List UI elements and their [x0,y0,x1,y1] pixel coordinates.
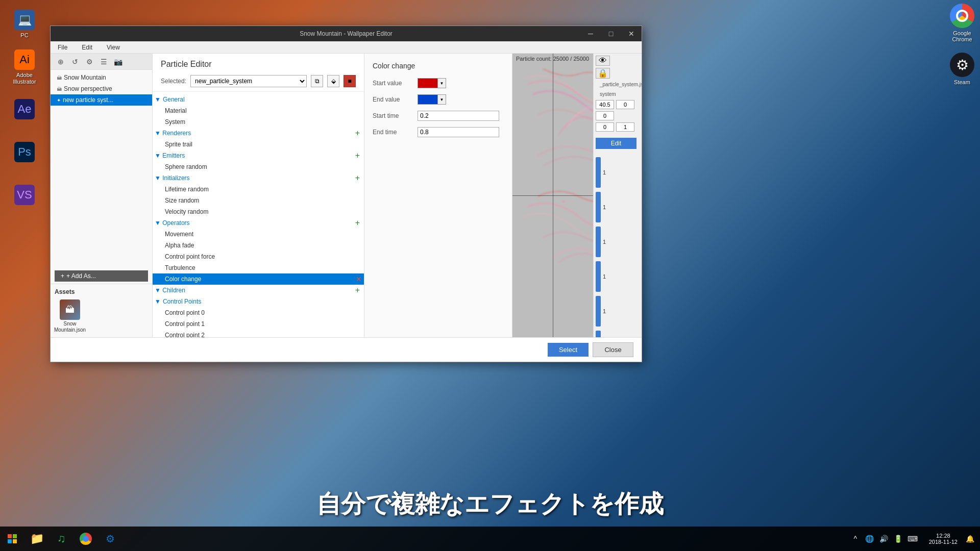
crosshair-vertical [553,54,553,337]
tree-snow-perspective[interactable]: 🏔 Snow perspective [51,83,152,94]
taskbar-chrome[interactable] [74,527,98,551]
tree-snow-mountain[interactable]: 🏔 Snow Mountain [51,72,152,83]
slider-val-2: 1 [603,204,606,210]
top-right-icons: Google Chrome ⚙ Steam [944,0,980,92]
close-window-button[interactable]: ✕ [621,26,642,41]
tray-network[interactable]: 🌐 [864,533,876,545]
asset-snow-mountain[interactable]: 🏔 SnowMountain.json [55,299,85,333]
tree-size-random[interactable]: Size random [153,195,364,206]
taskbar-clock[interactable]: 12:28 2018-11-12 [923,533,964,545]
slider-5[interactable] [596,296,601,327]
slider-3[interactable] [596,227,601,257]
slider-val-5: 1 [603,308,606,314]
desktop-icon-ae[interactable]: Ae [4,90,45,131]
preview-area: Particle count: 25000 / 25000 [512,54,593,337]
start-value-row: Start value ▼ [373,78,504,88]
slider-6[interactable] [596,331,601,337]
notification-icon[interactable]: 🔔 [964,533,976,545]
rs-input-5[interactable] [616,122,634,132]
edit-button[interactable]: Edit [596,138,636,149]
add-child-button[interactable]: + [355,286,360,295]
tree-lifetime-random[interactable]: Lifetime random [153,184,364,195]
add-initializer-button[interactable]: + [355,173,360,183]
taskbar-file-explorer[interactable]: 📁 [24,527,49,551]
desktop-icon-pc[interactable]: 💻 PC [4,4,45,45]
tree-emitters[interactable]: ▼ Emitters + [153,150,364,161]
tree-general[interactable]: ▼ General [153,94,364,105]
tree-sprite-trail[interactable]: Sprite trail [153,139,364,150]
maximize-button[interactable]: □ [601,26,621,41]
tree-sphere-random[interactable]: Sphere random [153,161,364,172]
tree-new-particle-system[interactable]: ✦ new particle syst... [51,94,152,106]
lock-icon-btn[interactable]: 🔒 [596,68,610,79]
start-color-dropdown[interactable]: ▼ [438,78,446,88]
steam-icon[interactable]: ⚙ Steam [944,46,980,92]
content-area: ⊕ ↺ ⚙ ☰ 📷 🏔 Snow Mountain 🏔 Snow perspec… [51,54,642,337]
tray-keyboard[interactable]: ⌨ [906,533,919,545]
rs-input-3[interactable] [596,111,614,120]
particle-tree: ▼ General Material System ▼ Renderers + … [153,92,364,337]
start-button[interactable] [0,527,24,551]
start-color-swatch[interactable] [418,78,438,88]
slider-row-2: 1 [596,192,640,222]
tree-alpha-fade[interactable]: Alpha fade [153,240,364,251]
toolbar-btn-add[interactable]: ⊕ [55,56,67,68]
tree-material[interactable]: Material [153,105,364,116]
main-window: Snow Mountain - Wallpaper Editor ─ □ ✕ F… [50,26,642,362]
desktop-icon-vs[interactable]: VS [4,176,45,216]
toolbar-btn-camera[interactable]: 📷 [112,56,124,68]
tree-color-change[interactable]: Color change ✕ [153,273,364,285]
close-button[interactable]: Close [593,342,633,357]
toolbar-btn-list[interactable]: ☰ [97,56,110,68]
add-operator-button[interactable]: + [355,218,360,228]
select-button[interactable]: Select [548,343,589,357]
add-emitter-button[interactable]: + [355,151,360,160]
tree-cp0[interactable]: Control point 0 [153,307,364,318]
slider-1[interactable] [596,157,601,188]
toolbar-btn-refresh[interactable]: ↺ [69,56,81,68]
tray-battery[interactable]: 🔋 [892,533,904,545]
desktop-icon-illustrator[interactable]: Ai AdobeIllustrator [4,47,45,88]
desktop-icon-ps[interactable]: Ps [4,133,45,173]
taskbar-spotify[interactable]: ♫ [49,527,74,551]
add-asset-button[interactable]: + + Add As... [55,270,148,282]
slider-2[interactable] [596,192,601,222]
minimize-button[interactable]: ─ [580,26,601,41]
tree-initializers[interactable]: ▼ Initializers + [153,172,364,184]
tree-control-point-force[interactable]: Control point force [153,251,364,262]
remove-color-change-icon[interactable]: ✕ [356,275,362,283]
tray-sound[interactable]: 🔊 [878,533,890,545]
tree-children[interactable]: ▼ Children + [153,285,364,296]
taskbar-settings[interactable]: ⚙ [98,527,122,551]
tree-turbulence[interactable]: Turbulence [153,262,364,273]
eye-icon-btn[interactable]: 👁 [596,56,610,66]
menu-file[interactable]: File [55,43,70,52]
taskbar-items: 📁 ♫ ⚙ [24,527,845,551]
selected-dropdown[interactable]: new_particle_system [190,75,307,87]
menu-edit[interactable]: Edit [79,43,95,52]
chrome-icon[interactable]: Google Chrome [944,0,980,46]
rs-input-1[interactable] [596,100,614,109]
tree-movement[interactable]: Movement [153,229,364,240]
add-renderer-button[interactable]: + [355,129,360,138]
end-color-dropdown[interactable]: ▼ [438,94,446,105]
tree-renderers[interactable]: ▼ Renderers + [153,128,364,139]
delete-button[interactable]: ■ [344,75,356,87]
end-time-input[interactable] [418,127,499,137]
tray-chevron[interactable]: ^ [849,533,862,545]
menu-view[interactable]: View [104,43,123,52]
tree-system[interactable]: System [153,116,364,128]
tree-control-points[interactable]: ▼ Control Points [153,296,364,307]
copy-button[interactable]: ⧉ [311,75,323,87]
tree-operators[interactable]: ▼ Operators + [153,217,364,229]
end-color-swatch[interactable] [418,94,438,105]
rs-input-2[interactable] [616,100,634,109]
toolbar-btn-settings[interactable]: ⚙ [83,56,95,68]
tree-cp2[interactable]: Control point 2 [153,330,364,337]
paste-button[interactable]: ⬙ [327,75,339,87]
slider-4[interactable] [596,261,601,292]
start-time-input[interactable] [418,111,499,121]
tree-cp1[interactable]: Control point 1 [153,318,364,330]
tree-velocity-random[interactable]: Velocity random [153,206,364,217]
rs-input-4[interactable] [596,122,614,132]
